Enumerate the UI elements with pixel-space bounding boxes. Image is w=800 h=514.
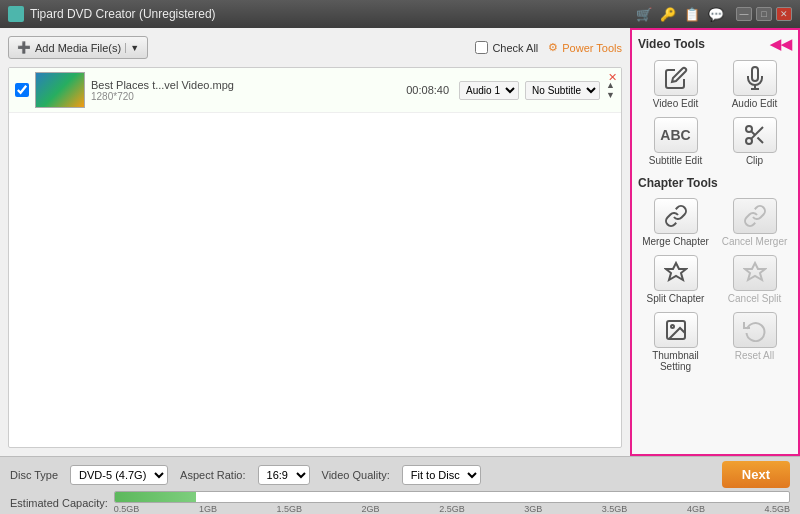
disc-type-select[interactable]: DVD-5 (4.7G) <box>70 465 168 485</box>
chapter-tools-label: Chapter Tools <box>638 176 718 190</box>
aspect-ratio-label: Aspect Ratio: <box>180 469 245 481</box>
capacity-bar <box>114 491 790 503</box>
reset-all-icon <box>733 312 777 348</box>
subtitle-edit-label: Subtitle Edit <box>649 155 702 166</box>
item-checkbox[interactable] <box>15 83 29 97</box>
remove-item-button[interactable]: ✕ <box>608 71 617 84</box>
capacity-bar-fill <box>115 492 196 502</box>
subtitle-edit-button[interactable]: ABC Subtitle Edit <box>638 115 713 168</box>
capacity-ticks: 0.5GB 1GB 1.5GB 2GB 2.5GB 3GB 3.5GB 4GB … <box>114 504 790 514</box>
media-list: Best Places t...vel Video.mpg 1280*720 0… <box>8 67 622 448</box>
video-edit-label: Video Edit <box>653 98 698 109</box>
thumbnail-setting-button[interactable]: Thumbnail Setting <box>638 310 713 374</box>
add-media-label: Add Media File(s) <box>35 42 121 54</box>
capacity-row: Estimated Capacity: 0.5GB 1GB 1.5GB 2GB … <box>10 491 790 514</box>
close-button[interactable]: ✕ <box>776 7 792 21</box>
add-media-button[interactable]: ➕ Add Media File(s) ▼ <box>8 36 148 59</box>
svg-point-3 <box>746 138 752 144</box>
table-row: Best Places t...vel Video.mpg 1280*720 0… <box>9 68 621 113</box>
aspect-ratio-select[interactable]: 16:9 <box>258 465 310 485</box>
estimated-capacity-label: Estimated Capacity: <box>10 497 108 509</box>
thumbnail-setting-icon <box>654 312 698 348</box>
add-dropdown-arrow[interactable]: ▼ <box>125 43 139 53</box>
video-quality-select[interactable]: Fit to Disc <box>402 465 481 485</box>
collapse-arrow[interactable]: ◀◀ <box>770 36 792 52</box>
audio-select[interactable]: Audio 1 <box>459 81 519 100</box>
audio-edit-button[interactable]: Audio Edit <box>717 58 792 111</box>
chapter-tools-grid: Merge Chapter Cancel Merger Split Cha <box>638 196 792 374</box>
reset-all-button[interactable]: Reset All <box>717 310 792 374</box>
svg-line-6 <box>751 131 755 135</box>
svg-marker-8 <box>745 263 765 280</box>
cancel-split-button[interactable]: Cancel Split <box>717 253 792 306</box>
toolbar-row: ➕ Add Media File(s) ▼ Check All ⚙ Power … <box>8 36 622 59</box>
audio-edit-label: Audio Edit <box>732 98 778 109</box>
merge-chapter-label: Merge Chapter <box>642 236 709 247</box>
power-tools-label: Power Tools <box>562 42 622 54</box>
app-title: Tipard DVD Creator (Unregistered) <box>30 7 636 21</box>
check-all-area: Check All <box>475 41 538 54</box>
bottom-controls: Disc Type DVD-5 (4.7G) Aspect Ratio: 16:… <box>10 461 790 488</box>
subtitle-edit-icon: ABC <box>654 117 698 153</box>
chapter-tools-header: Chapter Tools <box>638 176 792 190</box>
add-icon: ➕ <box>17 41 31 54</box>
key-icon[interactable]: 🔑 <box>660 7 676 22</box>
thumbnail-setting-label: Thumbnail Setting <box>640 350 711 372</box>
bottom-bar: Disc Type DVD-5 (4.7G) Aspect Ratio: 16:… <box>0 456 800 514</box>
main-area: ➕ Add Media File(s) ▼ Check All ⚙ Power … <box>0 28 800 456</box>
merge-chapter-button[interactable]: Merge Chapter <box>638 196 713 249</box>
subtitle-select[interactable]: No Subtitle <box>525 81 600 100</box>
minimize-button[interactable]: — <box>736 7 752 21</box>
video-edit-button[interactable]: Video Edit <box>638 58 713 111</box>
cart-icon[interactable]: 🛒 <box>636 7 652 22</box>
center-panel: ➕ Add Media File(s) ▼ Check All ⚙ Power … <box>0 28 630 456</box>
media-duration: 00:08:40 <box>406 84 449 96</box>
titlebar: Tipard DVD Creator (Unregistered) 🛒 🔑 📋 … <box>0 0 800 28</box>
split-chapter-button[interactable]: Split Chapter <box>638 253 713 306</box>
reset-all-label: Reset All <box>735 350 774 361</box>
cancel-merger-button[interactable]: Cancel Merger <box>717 196 792 249</box>
clip-button[interactable]: Clip <box>717 115 792 168</box>
video-tools-panel: Video Tools ◀◀ Video Edit <box>630 28 800 456</box>
maximize-button[interactable]: □ <box>756 7 772 21</box>
video-tools-label: Video Tools <box>638 37 705 51</box>
power-tools-area[interactable]: ⚙ Power Tools <box>548 41 622 54</box>
disc-type-label: Disc Type <box>10 469 58 481</box>
svg-point-2 <box>746 126 752 132</box>
check-all-checkbox[interactable] <box>475 41 488 54</box>
register-icon[interactable]: 📋 <box>684 7 700 22</box>
media-thumbnail <box>35 72 85 108</box>
audio-edit-icon <box>733 60 777 96</box>
video-quality-label: Video Quality: <box>322 469 390 481</box>
check-all-label: Check All <box>492 42 538 54</box>
video-tools-grid: Video Edit Audio Edit ABC Subtitle Edit <box>638 58 792 168</box>
cancel-split-icon <box>733 255 777 291</box>
cancel-split-label: Cancel Split <box>728 293 781 304</box>
cancel-merger-label: Cancel Merger <box>722 236 788 247</box>
clip-label: Clip <box>746 155 763 166</box>
power-tools-icon: ⚙ <box>548 41 558 54</box>
svg-point-10 <box>671 325 674 328</box>
merge-chapter-icon <box>654 198 698 234</box>
svg-line-5 <box>757 137 763 143</box>
app-icon <box>8 6 24 22</box>
split-chapter-label: Split Chapter <box>647 293 705 304</box>
cancel-merger-icon <box>733 198 777 234</box>
clip-icon <box>733 117 777 153</box>
media-filename: Best Places t...vel Video.mpg 1280*720 <box>91 79 400 102</box>
next-button[interactable]: Next <box>722 461 790 488</box>
help-icon[interactable]: 💬 <box>708 7 724 22</box>
split-chapter-icon <box>654 255 698 291</box>
svg-marker-7 <box>666 263 686 280</box>
video-tools-header: Video Tools ◀◀ <box>638 36 792 52</box>
video-edit-icon <box>654 60 698 96</box>
